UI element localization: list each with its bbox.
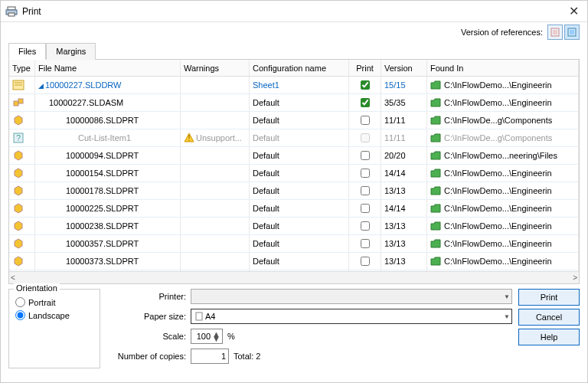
unk-icon: ? [12, 132, 24, 144]
radio-landscape-input[interactable] [15, 310, 25, 320]
found-cell: C:\InFlowDemo...\Engineerin [427, 77, 579, 93]
print-checkbox[interactable] [361, 204, 370, 213]
config-cell: Default [250, 200, 349, 217]
col-type[interactable]: Type [9, 60, 35, 76]
found-cell: C:\InFlowDe...g\Components [427, 112, 579, 129]
copies-input[interactable] [191, 349, 229, 364]
filename-cell: ◢10000227.SLDDRW [35, 77, 181, 93]
print-cell [349, 235, 381, 252]
print-checkbox[interactable] [361, 80, 370, 90]
col-print[interactable]: Print [349, 60, 381, 76]
type-cell [9, 235, 35, 252]
warning-cell [181, 77, 250, 93]
warning-cell [181, 165, 250, 182]
drawing-icon [12, 79, 24, 91]
cancel-button[interactable]: Cancel [518, 309, 580, 326]
copies-label: Number of copies: [106, 352, 191, 361]
print-cell [349, 182, 381, 199]
ref-mode-b-button[interactable] [564, 25, 580, 40]
col-warnings[interactable]: Warnings [181, 60, 250, 76]
part-icon [12, 255, 24, 267]
table-row[interactable]: 10000357.SLDPRTDefault13/13C:\InFlowDemo… [9, 235, 579, 253]
printer-icon [5, 5, 18, 18]
warning-cell [181, 94, 250, 111]
orientation-legend: Orientation [14, 283, 60, 293]
radio-landscape[interactable]: Landscape [15, 310, 93, 320]
print-checkbox[interactable] [361, 257, 370, 266]
col-file-name[interactable]: File Name [35, 60, 181, 76]
radio-portrait-input[interactable] [15, 297, 25, 307]
table-row[interactable]: 10000373.SLDPRTDefault13/13C:\InFlowDemo… [9, 253, 579, 270]
folder-icon [430, 80, 441, 90]
print-checkbox[interactable] [361, 116, 370, 125]
table-row[interactable]: 10000094.SLDPRTDefault20/20C:\InFlowDemo… [9, 147, 579, 165]
type-cell [9, 253, 35, 270]
filename-cell: 10000373.SLDPRT [35, 253, 181, 270]
print-checkbox[interactable] [361, 151, 370, 160]
print-checkbox[interactable] [361, 239, 370, 248]
table-row[interactable]: ?Cut-List-Item1!Unsupport...Default11/11… [9, 129, 579, 147]
found-cell: C:\InFlowDemo...neering\Files [427, 147, 579, 164]
warning-cell [181, 182, 250, 199]
part-icon [12, 220, 24, 232]
print-checkbox[interactable] [361, 98, 370, 107]
type-cell [9, 182, 35, 199]
version-cell: 11/11 [381, 129, 427, 146]
tab-files[interactable]: Files [8, 43, 46, 60]
filename-cell: 10000225.SLDPRT [35, 200, 181, 217]
print-checkbox [361, 133, 370, 142]
help-button[interactable]: Help [518, 329, 580, 345]
spinner-arrows-icon[interactable]: ▲▼ [212, 332, 220, 341]
warning-cell [181, 218, 250, 234]
print-checkbox[interactable] [361, 169, 370, 178]
col-version[interactable]: Version [381, 60, 427, 76]
print-checkbox[interactable] [361, 221, 370, 231]
table-row[interactable]: 10000178.SLDPRTDefault13/13C:\InFlowDemo… [9, 182, 579, 200]
table-row[interactable]: 10000227.SLDASMDefault35/35C:\InFlowDemo… [9, 94, 579, 112]
warning-cell: !Unsupport... [181, 129, 250, 146]
table-row[interactable]: 10000086.SLDPRTDefault11/11C:\InFlowDe..… [9, 112, 579, 129]
top-toolbar: Version of references: [1, 22, 587, 39]
print-checkbox[interactable] [361, 186, 370, 195]
warning-cell [181, 200, 250, 217]
folder-icon [430, 115, 441, 126]
table-body[interactable]: ◢10000227.SLDDRWSheet115/15C:\InFlowDemo… [9, 77, 579, 271]
version-cell: 13/13 [381, 253, 427, 270]
paper-size-combo[interactable]: A4▼ [191, 309, 512, 324]
print-cell [349, 200, 381, 217]
type-cell [9, 94, 35, 111]
print-cell [349, 129, 381, 146]
folder-icon [430, 168, 441, 178]
filename-cell: 10000094.SLDPRT [35, 147, 181, 164]
tab-margins[interactable]: Margins [46, 43, 96, 60]
ref-mode-a-button[interactable] [547, 25, 563, 40]
warning-cell [181, 147, 250, 164]
table-row[interactable]: ◢10000227.SLDDRWSheet115/15C:\InFlowDemo… [9, 77, 579, 94]
col-found[interactable]: Found In [427, 60, 579, 76]
tab-bar: Files Margins [1, 42, 587, 59]
table-row[interactable]: 10000154.SLDPRTDefault14/14C:\InFlowDemo… [9, 165, 579, 182]
h-scrollbar[interactable]: <> [9, 271, 579, 283]
paper-size-label: Paper size: [106, 312, 191, 321]
table-row[interactable]: 10000238.SLDPRTDefault13/13C:\InFlowDemo… [9, 218, 579, 235]
scale-input[interactable]: 100▲▼ [191, 329, 223, 344]
print-button[interactable]: Print [518, 289, 580, 306]
collapse-icon[interactable]: ◢ [38, 82, 44, 90]
found-cell: C:\InFlowDemo...\Engineerin [427, 200, 579, 217]
col-config[interactable]: Configuration name [250, 60, 349, 76]
scroll-right-icon[interactable]: > [573, 273, 577, 282]
version-cell: 13/13 [381, 235, 427, 252]
radio-portrait[interactable]: Portrait [15, 297, 93, 307]
svg-rect-4 [553, 30, 557, 34]
scroll-left-icon[interactable]: < [11, 273, 15, 282]
printer-combo[interactable]: ▼ [191, 289, 512, 304]
close-icon[interactable]: ✕ [564, 4, 583, 18]
part-icon [12, 202, 24, 214]
found-cell: C:\InFlowDemo...\Engineerin [427, 182, 579, 199]
table-row[interactable]: 10000225.SLDPRTDefault14/14C:\InFlowDemo… [9, 200, 579, 218]
print-cell [349, 94, 381, 111]
part-icon [12, 149, 24, 162]
print-cell [349, 77, 381, 93]
folder-icon [430, 97, 441, 108]
print-settings: Printer: ▼ Paper size: A4▼ Scale: 100▲▼ … [106, 289, 512, 368]
